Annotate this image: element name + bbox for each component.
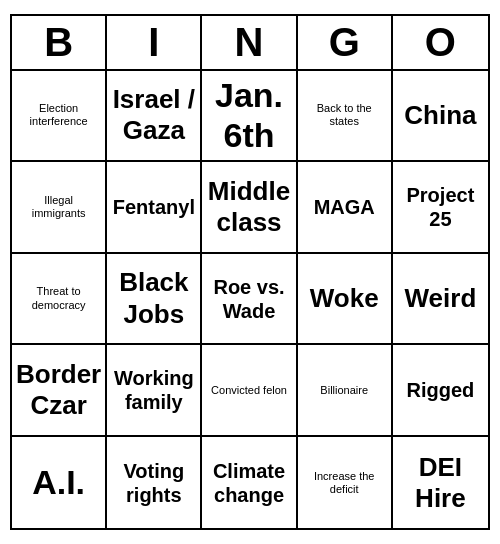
- bingo-cell-18: Billionaire: [298, 345, 393, 437]
- bingo-grid: Election interferenceIsrael / GazaJan. 6…: [12, 71, 488, 529]
- bingo-cell-11: Black Jobs: [107, 254, 202, 346]
- bingo-cell-24: DEI Hire: [393, 437, 488, 529]
- bingo-cell-16: Working family: [107, 345, 202, 437]
- bingo-cell-10: Threat to democracy: [12, 254, 107, 346]
- bingo-cell-text-0: Election interference: [16, 102, 101, 128]
- bingo-cell-text-17: Convicted felon: [211, 384, 287, 397]
- bingo-cell-6: Fentanyl: [107, 162, 202, 254]
- bingo-cell-9: Project 25: [393, 162, 488, 254]
- bingo-cell-text-18: Billionaire: [320, 384, 368, 397]
- bingo-cell-0: Election interference: [12, 71, 107, 163]
- bingo-cell-text-2: Jan. 6th: [206, 75, 291, 157]
- bingo-header: BINGO: [12, 16, 488, 71]
- bingo-cell-23: Increase the deficit: [298, 437, 393, 529]
- bingo-cell-text-19: Rigged: [407, 378, 475, 402]
- bingo-cell-text-11: Black Jobs: [111, 267, 196, 329]
- bingo-letter-O: O: [393, 16, 488, 69]
- bingo-cell-5: Illegal immigrants: [12, 162, 107, 254]
- bingo-cell-15: Border Czar: [12, 345, 107, 437]
- bingo-letter-B: B: [12, 16, 107, 69]
- bingo-cell-text-1: Israel / Gaza: [111, 84, 196, 146]
- bingo-cell-text-16: Working family: [111, 366, 196, 414]
- bingo-cell-text-24: DEI Hire: [397, 452, 484, 514]
- bingo-cell-20: A.I.: [12, 437, 107, 529]
- bingo-cell-text-9: Project 25: [397, 183, 484, 231]
- bingo-cell-14: Weird: [393, 254, 488, 346]
- bingo-cell-text-13: Woke: [310, 283, 379, 314]
- bingo-cell-text-5: Illegal immigrants: [16, 194, 101, 220]
- bingo-cell-text-7: Middle class: [206, 176, 291, 238]
- bingo-cell-text-22: Climate change: [206, 459, 291, 507]
- bingo-cell-text-4: China: [404, 100, 476, 131]
- bingo-cell-text-14: Weird: [405, 283, 477, 314]
- bingo-cell-8: MAGA: [298, 162, 393, 254]
- bingo-cell-text-8: MAGA: [314, 195, 375, 219]
- bingo-cell-1: Israel / Gaza: [107, 71, 202, 163]
- bingo-cell-17: Convicted felon: [202, 345, 297, 437]
- bingo-letter-N: N: [202, 16, 297, 69]
- bingo-cell-12: Roe vs. Wade: [202, 254, 297, 346]
- bingo-cell-text-10: Threat to democracy: [16, 285, 101, 311]
- bingo-cell-text-3: Back to the states: [302, 102, 387, 128]
- bingo-cell-text-6: Fentanyl: [113, 195, 195, 219]
- bingo-cell-text-12: Roe vs. Wade: [206, 275, 291, 323]
- bingo-letter-G: G: [298, 16, 393, 69]
- bingo-cell-3: Back to the states: [298, 71, 393, 163]
- bingo-letter-I: I: [107, 16, 202, 69]
- bingo-cell-13: Woke: [298, 254, 393, 346]
- bingo-cell-text-20: A.I.: [32, 462, 85, 503]
- bingo-cell-4: China: [393, 71, 488, 163]
- bingo-cell-2: Jan. 6th: [202, 71, 297, 163]
- bingo-cell-21: Voting rights: [107, 437, 202, 529]
- bingo-cell-7: Middle class: [202, 162, 297, 254]
- bingo-cell-text-23: Increase the deficit: [302, 470, 387, 496]
- bingo-cell-text-21: Voting rights: [111, 459, 196, 507]
- bingo-card: BINGO Election interferenceIsrael / Gaza…: [10, 14, 490, 531]
- bingo-cell-text-15: Border Czar: [16, 359, 101, 421]
- bingo-cell-19: Rigged: [393, 345, 488, 437]
- bingo-cell-22: Climate change: [202, 437, 297, 529]
